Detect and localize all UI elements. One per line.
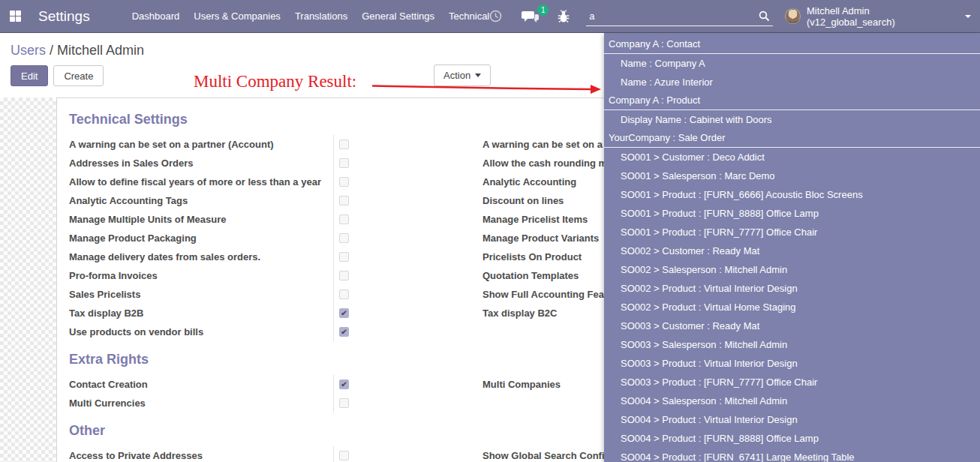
- checkbox-cell: [333, 394, 482, 412]
- setting-label: Analytic Accounting Tags: [69, 195, 333, 206]
- app-menu: DashboardUsers & CompaniesTranslationsGe…: [132, 8, 490, 25]
- annotation-text: Multi Company Result:: [194, 72, 356, 92]
- apps-grid-square: [16, 16, 21, 22]
- checkbox-cell: [333, 210, 482, 229]
- setting-label: Multi Currencies: [69, 398, 333, 409]
- global-search-input[interactable]: a: [586, 7, 773, 26]
- setting-label: Manage Multiple Units of Measure: [69, 214, 333, 225]
- dropdown-result-item[interactable]: SO004 > Salesperson : Mitchell Admin: [604, 392, 980, 410]
- dropdown-result-item[interactable]: SO004 > Product : Virtual Interior Desig…: [604, 410, 980, 429]
- setting-label: Access to Private Addresses: [69, 450, 333, 461]
- breadcrumb: Users / Mitchell Admin: [11, 43, 144, 58]
- checkbox-cell: [333, 266, 482, 285]
- checkbox-unchecked[interactable]: [339, 451, 349, 460]
- dropdown-result-item[interactable]: SO002 > Product : Virtual Interior Desig…: [604, 279, 980, 298]
- dropdown-result-item[interactable]: SO004 > Product : [FURN_8888] Office Lam…: [604, 429, 980, 448]
- bug-icon[interactable]: [558, 10, 570, 23]
- checkbox-cell: [333, 191, 482, 210]
- checkbox-cell: ✔: [333, 322, 482, 341]
- dropdown-group-header: Company A : Product: [604, 92, 980, 110]
- global-search-value: a: [589, 10, 759, 22]
- user-menu[interactable]: Mitchell Admin (v12_global_search): [785, 5, 971, 28]
- checkbox-unchecked[interactable]: [339, 177, 349, 187]
- setting-label: Tax display B2B: [69, 308, 333, 319]
- dropdown-result-item[interactable]: SO001 > Salesperson : Marc Demo: [604, 166, 980, 185]
- checkbox-checked[interactable]: ✔: [339, 308, 349, 318]
- checkbox-unchecked[interactable]: [339, 290, 349, 299]
- checkbox-checked[interactable]: ✔: [339, 327, 349, 337]
- nav-menu-item-technical[interactable]: Technical: [449, 8, 489, 25]
- global-search-results-dropdown: Company A : ContactName : Company AName …: [604, 33, 980, 462]
- messages-icon[interactable]: 1: [522, 10, 540, 23]
- apps-grid-square: [10, 10, 15, 16]
- dropdown-result-item[interactable]: SO003 > Product : [FURN_7777] Office Cha…: [604, 373, 980, 392]
- user-name: Mitchell Admin (v12_global_search): [807, 5, 960, 28]
- current-app-title[interactable]: Settings: [38, 8, 90, 25]
- setting-label: A warning can be set on a partner (Accou…: [69, 139, 333, 150]
- dropdown-result-item[interactable]: SO001 > Product : [FURN_7777] Office Cha…: [604, 223, 980, 242]
- navbar-right: 1 a Mitchell Admin (v12_global_search): [489, 5, 980, 28]
- breadcrumb-users-link[interactable]: Users: [11, 43, 46, 58]
- checkbox-unchecked[interactable]: [339, 196, 349, 206]
- setting-label: Addresses in Sales Orders: [69, 158, 333, 169]
- checkbox-cell: ✔: [333, 304, 482, 322]
- checkbox-cell: [333, 154, 482, 172]
- messages-count-badge: 1: [537, 4, 549, 16]
- apps-grid-icon[interactable]: [10, 10, 21, 22]
- checkbox-cell: [333, 285, 482, 304]
- checkbox-unchecked[interactable]: [339, 233, 349, 243]
- checkbox-unchecked[interactable]: [339, 398, 349, 408]
- nav-menu-item-users-companies[interactable]: Users & Companies: [194, 8, 281, 25]
- dropdown-result-item[interactable]: SO002 > Salesperson : Mitchell Admin: [604, 260, 980, 279]
- breadcrumb-current: Mitchell Admin: [57, 43, 144, 58]
- apps-grid-square: [10, 16, 15, 22]
- dropdown-result-item[interactable]: Name : Company A: [604, 54, 980, 73]
- dropdown-result-item[interactable]: SO003 > Customer : Ready Mat: [604, 316, 980, 335]
- dropdown-result-item[interactable]: SO002 > Customer : Ready Mat: [604, 242, 980, 260]
- apps-grid-square: [16, 10, 21, 16]
- nav-menu-item-general-settings[interactable]: General Settings: [362, 8, 434, 25]
- dropdown-result-item[interactable]: SO003 > Product : Virtual Interior Desig…: [604, 354, 980, 373]
- activities-clock-icon[interactable]: [489, 10, 502, 22]
- checkbox-unchecked[interactable]: [339, 214, 349, 224]
- button-row: Edit Create: [11, 65, 104, 86]
- setting-label: Pro-forma Invoices: [69, 270, 333, 281]
- user-avatar: [785, 8, 801, 24]
- checkbox-unchecked[interactable]: [339, 252, 349, 262]
- checkbox-cell: ✔: [333, 375, 482, 394]
- checkbox-cell: [333, 446, 482, 462]
- checkbox-unchecked[interactable]: [339, 271, 349, 280]
- dropdown-result-item[interactable]: SO004 > Product : [FURN_6741] Large Meet…: [604, 448, 980, 462]
- dropdown-result-item[interactable]: SO001 > Customer : Deco Addict: [604, 148, 980, 166]
- nav-menu-item-dashboard[interactable]: Dashboard: [132, 8, 180, 25]
- checkbox-cell: [333, 248, 482, 266]
- checkbox-cell: [333, 229, 482, 248]
- dropdown-group-header: Company A : Contact: [604, 35, 980, 54]
- dropdown-result-item[interactable]: SO002 > Product : Virtual Home Staging: [604, 298, 980, 316]
- top-navbar: Settings DashboardUsers & CompaniesTrans…: [0, 0, 980, 33]
- dropdown-result-item[interactable]: Name : Azure Interior: [604, 73, 980, 92]
- checkbox-unchecked[interactable]: [339, 140, 349, 149]
- search-icon: [759, 10, 770, 22]
- setting-label: Use products on vendor bills: [69, 326, 333, 338]
- checkbox-unchecked[interactable]: [339, 158, 349, 168]
- setting-label: Sales Pricelists: [69, 289, 333, 300]
- checkbox-checked[interactable]: ✔: [339, 380, 349, 389]
- annotation-arrow: [370, 76, 604, 96]
- checkbox-cell: [333, 172, 482, 191]
- dropdown-result-item[interactable]: SO001 > Product : [FURN_6666] Acoustic B…: [604, 185, 980, 204]
- setting-label: Manage Product Packaging: [69, 232, 333, 244]
- setting-label: Contact Creation: [69, 379, 333, 390]
- setting-label: Allow to define fiscal years of more or …: [69, 176, 333, 188]
- setting-label: Manage delivery dates from sales orders.: [69, 251, 333, 262]
- dropdown-result-item[interactable]: Display Name : Cabinet with Doors: [604, 110, 980, 129]
- nav-menu-item-translations[interactable]: Translations: [295, 8, 347, 25]
- create-button[interactable]: Create: [53, 65, 104, 86]
- dropdown-group-header: YourCompany : Sale Order: [604, 129, 980, 148]
- checkbox-cell: [333, 135, 482, 154]
- edit-button[interactable]: Edit: [11, 65, 48, 86]
- breadcrumb-separator: /: [46, 43, 57, 58]
- dropdown-result-item[interactable]: SO001 > Product : [FURN_8888] Office Lam…: [604, 204, 980, 223]
- chevron-down-icon: [965, 15, 971, 18]
- dropdown-result-item[interactable]: SO003 > Salesperson : Mitchell Admin: [604, 335, 980, 354]
